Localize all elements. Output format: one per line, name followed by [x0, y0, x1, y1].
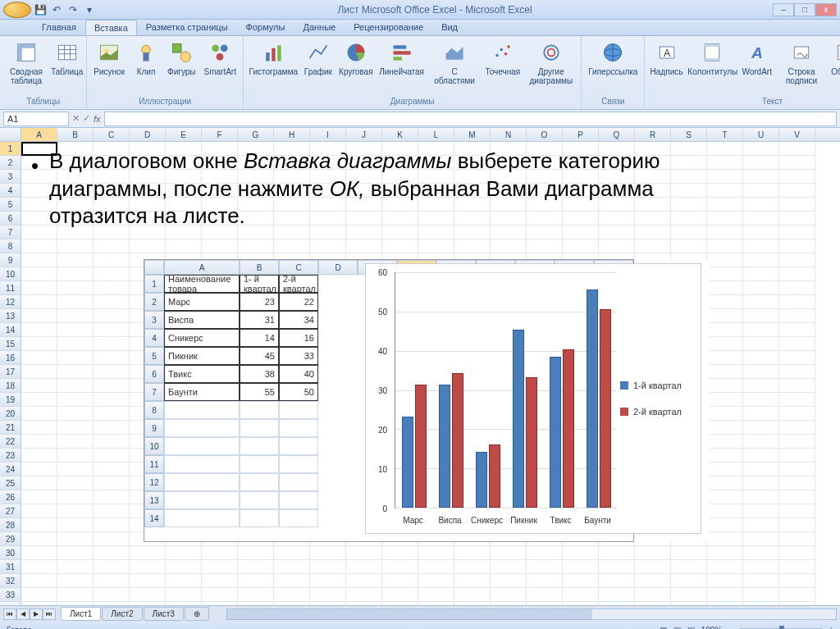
cell[interactable] [310, 560, 346, 574]
area-chart-button[interactable]: С областями [428, 38, 482, 87]
empty-cell[interactable] [240, 473, 279, 491]
cell[interactable] [743, 184, 779, 198]
ecol-A[interactable]: A [164, 260, 240, 275]
empty-cell[interactable] [279, 455, 318, 473]
cell[interactable] [21, 546, 57, 560]
empty-cell[interactable] [240, 401, 279, 419]
cell[interactable] [418, 588, 454, 602]
row-header-9[interactable]: 9 [0, 253, 21, 267]
col-header-N[interactable]: N [491, 128, 527, 141]
cell[interactable] [274, 560, 310, 574]
cell[interactable] [94, 546, 130, 560]
tab-данные[interactable]: Данные [294, 19, 345, 35]
cell[interactable] [346, 239, 382, 253]
cell[interactable] [21, 407, 57, 421]
cell[interactable] [527, 602, 563, 605]
col-header-L[interactable]: L [418, 128, 454, 141]
cell[interactable] [563, 588, 599, 602]
cell[interactable] [707, 490, 743, 504]
row-header-25[interactable]: 25 [0, 476, 21, 490]
cell[interactable] [707, 184, 743, 198]
cell[interactable] [707, 156, 743, 170]
cell[interactable] [94, 337, 130, 351]
cell[interactable] [57, 518, 94, 532]
cell[interactable] [743, 560, 779, 574]
cell[interactable] [382, 602, 418, 605]
cell[interactable] [743, 463, 779, 476]
cell[interactable] [418, 239, 454, 253]
col-header-T[interactable]: T [707, 128, 743, 141]
row-header-31[interactable]: 31 [0, 560, 21, 574]
cell[interactable] [94, 504, 130, 518]
cell[interactable] [454, 602, 491, 605]
cell[interactable] [310, 588, 346, 602]
prev-sheet-icon[interactable]: ◀ [16, 608, 30, 620]
cell[interactable] [238, 602, 274, 605]
cell[interactable] [635, 574, 671, 588]
cell[interactable] [707, 504, 743, 518]
cell[interactable] [21, 393, 57, 407]
cell[interactable] [743, 393, 779, 407]
cell[interactable] [743, 351, 779, 365]
erow-4[interactable]: 4 [144, 329, 164, 347]
cell[interactable] [94, 281, 130, 295]
empty-cell[interactable] [164, 509, 240, 527]
cell[interactable] [707, 295, 743, 309]
erow-5[interactable]: 5 [144, 347, 164, 365]
erow-8[interactable]: 8 [144, 401, 164, 419]
data-cell[interactable]: 16 [279, 329, 318, 347]
empty-cell[interactable] [164, 491, 240, 509]
cell[interactable] [21, 463, 57, 476]
cell[interactable] [57, 504, 94, 518]
row-header-10[interactable]: 10 [0, 267, 21, 281]
erow-1[interactable]: 1 [144, 275, 164, 293]
cell[interactable] [57, 407, 94, 421]
cell[interactable] [779, 184, 815, 198]
ecol-D[interactable]: D [318, 260, 358, 275]
col-header-I[interactable]: I [310, 128, 346, 141]
cell[interactable] [94, 407, 130, 421]
cell[interactable] [418, 546, 454, 560]
cell[interactable] [130, 588, 166, 602]
row-header-17[interactable]: 17 [0, 365, 21, 379]
cancel-icon[interactable]: ✕ [72, 113, 80, 124]
cell[interactable] [779, 449, 815, 463]
col-header-C[interactable]: C [94, 128, 130, 141]
cell[interactable] [238, 588, 274, 602]
undo-icon[interactable]: ↶ [49, 2, 64, 17]
empty-cell[interactable] [279, 401, 318, 419]
cell[interactable] [94, 560, 130, 574]
cell[interactable] [238, 546, 274, 560]
cell[interactable] [779, 588, 815, 602]
cell[interactable] [202, 546, 238, 560]
data-cell[interactable]: 31 [240, 311, 279, 329]
cell[interactable] [57, 365, 94, 379]
cell[interactable] [707, 518, 743, 532]
cell[interactable] [707, 323, 743, 337]
cell[interactable] [707, 239, 743, 253]
header-footer-button[interactable]: Колонтитулы [687, 38, 738, 78]
cell[interactable] [779, 267, 815, 281]
cell[interactable] [21, 435, 57, 449]
cell[interactable] [671, 574, 707, 588]
cell[interactable] [743, 490, 779, 504]
cell[interactable] [599, 546, 635, 560]
cell[interactable] [238, 574, 274, 588]
cell[interactable] [166, 546, 202, 560]
data-cell[interactable]: Пикник [164, 347, 240, 365]
cell[interactable] [130, 239, 166, 253]
row-header-16[interactable]: 16 [0, 351, 21, 365]
cell[interactable] [94, 463, 130, 476]
cell[interactable] [57, 602, 94, 605]
cell[interactable] [671, 560, 707, 574]
cell[interactable] [707, 253, 743, 267]
view-layout-icon[interactable]: ▤ [673, 626, 681, 630]
sheet-tab-Лист1[interactable]: Лист1 [61, 607, 101, 621]
cell[interactable] [743, 518, 779, 532]
erow-7[interactable]: 7 [144, 383, 164, 401]
cell[interactable] [743, 337, 779, 351]
cell[interactable] [202, 560, 238, 574]
row-header-27[interactable]: 27 [0, 504, 21, 518]
cell[interactable] [743, 253, 779, 267]
data-cell[interactable]: Марс [164, 293, 240, 311]
